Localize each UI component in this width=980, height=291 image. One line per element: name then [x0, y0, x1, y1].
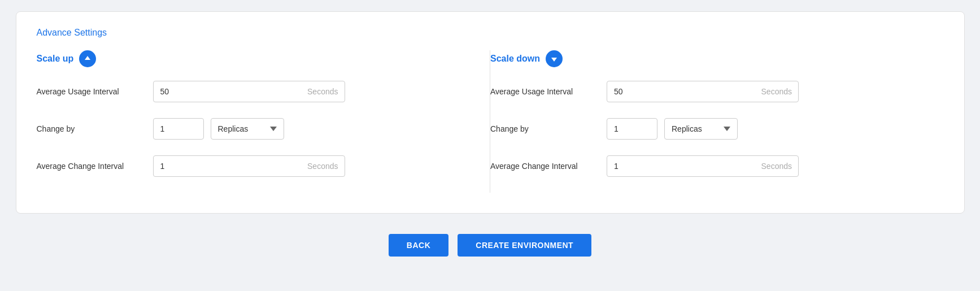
scale-down-change-interval-input-wrapper: Seconds — [607, 155, 799, 177]
scale-down-section: Scale down Average Usage Interval Second… — [490, 50, 944, 193]
scale-up-change-by-label: Change by — [37, 124, 144, 133]
scale-up-usage-interval-row: Average Usage Interval Seconds — [37, 81, 456, 102]
back-button[interactable]: BACK — [389, 234, 448, 257]
scale-down-change-by-input[interactable] — [607, 118, 657, 140]
scale-down-icon — [546, 50, 563, 67]
scale-up-icon — [79, 50, 96, 67]
sections-row: Scale up Average Usage Interval Seconds … — [37, 50, 944, 193]
scale-up-usage-interval-input-wrapper: Seconds — [153, 81, 345, 102]
scale-down-usage-interval-label: Average Usage Interval — [490, 87, 598, 96]
scale-up-title: Scale up — [37, 54, 74, 64]
scale-down-change-interval-label: Average Change Interval — [490, 162, 598, 171]
scale-up-change-interval-input[interactable] — [153, 155, 345, 177]
scale-down-usage-interval-input-wrapper: Seconds — [607, 81, 799, 102]
scale-down-usage-interval-row: Average Usage Interval Seconds — [490, 81, 910, 102]
scale-down-replicas-dropdown[interactable]: Replicas Percentage — [664, 118, 738, 140]
scale-down-change-interval-row: Average Change Interval Seconds — [490, 155, 910, 177]
advance-settings-title: Advance Settings — [37, 28, 944, 38]
scale-down-header: Scale down — [490, 50, 910, 67]
footer: BACK CREATE ENVIRONMENT — [0, 225, 980, 268]
scale-up-change-by-input[interactable] — [153, 118, 204, 140]
main-card: Advance Settings Scale up Average Usage … — [16, 11, 965, 214]
scale-up-change-interval-label: Average Change Interval — [37, 162, 144, 171]
scale-up-change-interval-input-wrapper: Seconds — [153, 155, 345, 177]
create-environment-button[interactable]: CREATE ENVIRONMENT — [458, 234, 591, 257]
scale-down-usage-interval-input[interactable] — [607, 81, 799, 102]
scale-down-change-by-inputs: Replicas Percentage — [607, 118, 910, 140]
scale-up-change-interval-row: Average Change Interval Seconds — [37, 155, 456, 177]
scale-down-change-by-label: Change by — [490, 124, 598, 133]
scale-down-change-by-row: Change by Replicas Percentage — [490, 118, 910, 140]
scale-down-title: Scale down — [490, 54, 540, 64]
scale-up-usage-interval-input[interactable] — [153, 81, 345, 102]
scale-up-change-by-inputs: Replicas Percentage — [153, 118, 456, 140]
scale-up-change-by-row: Change by Replicas Percentage — [37, 118, 456, 140]
scale-up-replicas-dropdown[interactable]: Replicas Percentage — [211, 118, 284, 140]
scale-up-usage-interval-label: Average Usage Interval — [37, 87, 144, 96]
scale-up-section: Scale up Average Usage Interval Seconds … — [37, 50, 490, 193]
scale-up-header: Scale up — [37, 50, 456, 67]
scale-down-change-interval-input[interactable] — [607, 155, 799, 177]
